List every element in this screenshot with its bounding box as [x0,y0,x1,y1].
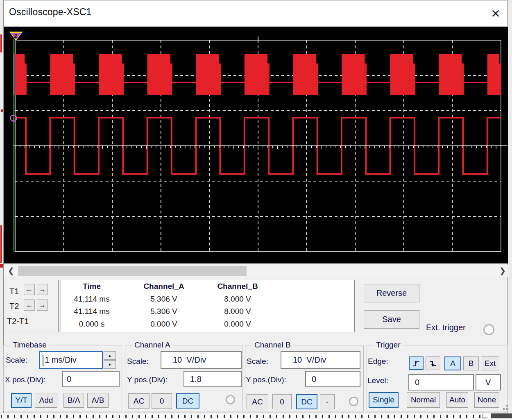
scrollbar-right-arrow[interactable]: ❯ [497,266,508,276]
timebase-scale-input[interactable]: 1 ms/Div [39,351,103,369]
trigger-source-ext-button[interactable]: Ext [481,356,499,370]
timebase-xpos-input[interactable]: 0 [62,371,120,387]
trigger-mode-single-button[interactable]: Single [369,392,399,408]
timebase-mode-yt-button[interactable]: Y/T [11,393,32,408]
channel-b-coupling-0-button[interactable]: 0 [272,394,292,409]
channel-b-scale-label: Scale: [247,357,268,366]
timebase-mode-add-button[interactable]: Add [35,393,57,408]
spinner-up-button[interactable]: ▲ [104,351,116,360]
channel-b-ypos-value: 0 [312,375,316,384]
cursor-flag-label: 2 [14,32,17,39]
scope-display-panel: 2 [4,27,508,263]
channel-a-burst [439,54,462,95]
background-wire-fragment [0,225,2,263]
timebase-xpos-label: X pos.(Div): [5,375,45,384]
channel-b-coupling-ac-button[interactable]: AC [247,394,268,409]
channel-a-coupling-dc-button[interactable]: DC [176,393,199,409]
scrollbar-thumb[interactable] [18,266,247,276]
timebase-xpos-value: 0 [67,375,71,384]
channel-a-burst [50,54,73,95]
channel-a-burst [342,54,365,95]
channel-a-coupling-ac-button[interactable]: AC [128,393,150,409]
channel-a-burst [147,54,170,95]
trigger-level-label: Level: [367,376,388,385]
trigger-level-input[interactable]: 0 [408,374,474,390]
t2-left-button[interactable]: ← [24,300,35,311]
t1-time-value: 41.114 ms [59,295,125,304]
channel-a-burst [99,54,122,95]
close-button[interactable]: ✕ [487,7,505,21]
channel-a-burst-notch [462,64,464,95]
scope-waveform-display: 2 [4,27,508,263]
timebase-scale-spinner: ▲ ▼ [104,351,116,369]
channel-a-burst-notch [170,64,172,95]
channel-b-terminal [349,397,358,406]
trigger-mode-normal-button[interactable]: Normal [407,392,440,408]
trigger-mode-auto-button[interactable]: Auto [446,392,468,408]
channel-b-ypos-input[interactable]: 0 [305,371,360,387]
reverse-button[interactable]: Reverse [364,284,419,302]
trigger-rising-edge-button[interactable] [409,356,424,370]
t1-left-button[interactable]: ← [24,284,35,295]
t2t1-label: T2-T1 [7,317,29,326]
channel-b-scale-input[interactable]: 10 V/Div [281,351,360,369]
t2t1-channel-b-value: 0.000 V [205,320,270,329]
scrollbar-left-arrow[interactable]: ❮ [6,266,16,276]
channel-a-burst-notch [73,64,75,95]
t1-channel-b-value: 8.000 V [205,295,270,304]
channel-a-burst [293,54,316,95]
timebase-scale-label: Scale: [6,356,27,365]
ext-trigger-terminal [483,324,494,335]
channel-b-coupling-dc-button[interactable]: DC [296,394,317,409]
timebase-mode-ba-button[interactable]: B/A [63,393,84,408]
timebase-mode-ab-button[interactable]: A/B [87,393,109,408]
channel-a-burst-notch [316,64,318,95]
trigger-source-a-button[interactable]: A [444,356,461,370]
t1-channel-a-value: 5.306 V [131,295,197,304]
background-element [483,414,487,418]
trigger-source-b-button[interactable]: B [463,356,479,370]
trigger-title: Trigger [374,341,403,350]
channel-b-coupling-minus-button[interactable]: - [320,394,335,409]
resize-grip [506,405,508,406]
ext-trigger-label: Ext. trigger [426,323,466,332]
channel-a-terminal [226,395,235,404]
channel-a-burst [245,54,267,95]
channel-a-burst [487,54,499,95]
t2-channel-b-value: 8.000 V [205,307,270,316]
channel-a-burst [196,54,219,95]
channel-a-ypos-value: 1.8 [190,375,202,384]
t1-right-button[interactable]: → [37,284,48,295]
t2-right-button[interactable]: → [37,300,48,311]
t2-label: T2 [9,302,19,311]
channel-a-burst-notch [499,64,501,95]
channel-a-title: Channel A [132,341,173,350]
channel-a-burst [15,54,25,95]
timebase-title: Timebase [10,341,49,350]
save-button[interactable]: Save [364,310,419,329]
col-header-channel-b: Channel_B [205,282,270,291]
channel-a-ypos-input[interactable]: 1.8 [184,371,242,387]
channel-a-burst-notch [365,64,367,95]
background-wire-fragment [0,264,3,268]
resize-grip[interactable] [506,408,508,410]
background-element [491,413,512,418]
trigger-falling-edge-button[interactable] [426,356,440,370]
background-dot-row [1,415,482,418]
t1-label: T1 [9,287,19,296]
channel-a-scale-label: Scale: [127,357,149,366]
channel-a-coupling-0-button[interactable]: 0 [152,393,172,409]
channel-a-scale-value: 10 V/Div [173,355,206,365]
channel-a-burst-notch [267,64,270,95]
channel-a-burst [390,54,413,95]
trigger-edge-label: Edge: [368,357,388,366]
channel-a-scale-input[interactable]: 10 V/Div [161,351,242,369]
trigger-level-unit-select[interactable]: V [476,374,501,390]
channel-b-ypos-label: Y pos.(Div): [246,375,286,384]
channel-a-burst-notch [219,64,221,95]
spinner-down-button[interactable]: ▼ [104,360,116,369]
timebase-scale-value: 1 ms/Div [45,355,77,365]
trigger-mode-none-button[interactable]: None [474,392,499,408]
falling-edge-icon [428,359,437,368]
channel-a-burst-notch [413,64,415,95]
